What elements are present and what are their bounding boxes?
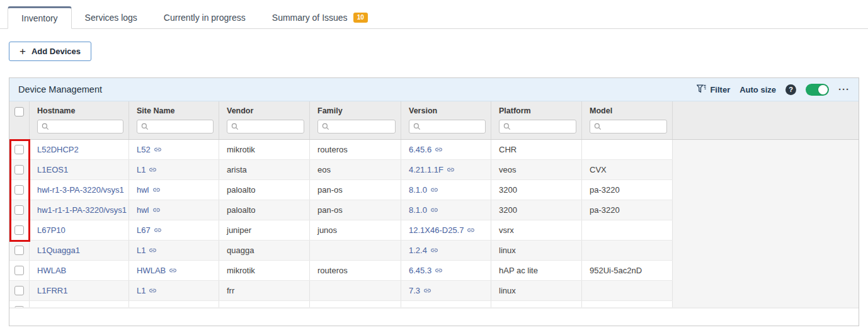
search-icon	[413, 123, 421, 130]
table-row: hw1-r1-1-PA-3220/vsys1hwlpaloaltopan-os8…	[9, 200, 673, 220]
cell-hostname[interactable]: hw1-r1-1-PA-3220/vsys1	[30, 200, 129, 220]
search-input-model[interactable]	[604, 122, 663, 131]
cell-version[interactable]: 12.1X46-D25.7	[401, 220, 491, 240]
row-checkbox-cell	[9, 160, 30, 179]
search-input-vendor[interactable]	[241, 122, 300, 131]
tab-services-logs[interactable]: Services logs	[72, 6, 151, 28]
cell-site[interactable]: HWLAB	[129, 261, 219, 280]
family-value: routeros	[317, 266, 348, 275]
platform-value: linux	[499, 246, 516, 255]
select-all-cell	[9, 101, 30, 139]
external-link-icon	[152, 186, 161, 194]
cell-hostname[interactable]: L1Quagga1	[30, 241, 129, 260]
cell-family: routeros	[310, 261, 401, 280]
cell-hostname[interactable]: HWLAB	[30, 261, 129, 280]
model-value: CVX	[590, 165, 607, 174]
row-checkbox[interactable]	[14, 306, 24, 307]
row-checkbox[interactable]	[14, 145, 24, 154]
cell-vendor: paloalto	[219, 180, 310, 200]
hostname-value: L67P10	[37, 225, 66, 235]
cell-site[interactable]: L67	[129, 220, 219, 240]
cell-site	[129, 301, 219, 307]
cell-site[interactable]: L1	[129, 281, 219, 300]
table-body: L52DHCP2L52mikrotikrouteros6.45.6CHRL1EO…	[9, 140, 859, 307]
cell-site[interactable]: hwl	[129, 200, 219, 220]
cell-site[interactable]: L1	[129, 160, 219, 179]
add-devices-button[interactable]: + Add Devices	[9, 42, 91, 61]
row-checkbox[interactable]	[14, 286, 24, 295]
cell-hostname[interactable]: L1EOS1	[30, 160, 129, 179]
autosize-label: Auto size	[740, 85, 776, 94]
cell-version[interactable]: 6.45.6	[401, 140, 491, 159]
vendor-value: juniper	[227, 225, 251, 235]
column-header-label: Hostname	[37, 106, 123, 115]
cell-family: eos	[310, 160, 401, 179]
more-options-button[interactable]: ···	[838, 88, 850, 91]
search-input-hostname[interactable]	[52, 122, 119, 131]
search-input-site[interactable]	[151, 122, 209, 131]
cell-vendor	[219, 301, 310, 307]
cell-version[interactable]: 8.1.0	[401, 200, 491, 220]
select-all-checkbox[interactable]	[14, 107, 24, 116]
cell-hostname[interactable]: L67P10	[30, 220, 129, 240]
model-value: pa-3220	[590, 185, 620, 195]
cell-model	[582, 281, 673, 300]
tab-currently-in-progress[interactable]: Currently in progress	[151, 6, 259, 28]
platform-value: hAP ac lite	[499, 266, 538, 275]
search-input-platform[interactable]	[513, 122, 572, 131]
version-value: 6.45.6	[409, 145, 431, 154]
cell-vendor: frr	[219, 281, 310, 300]
row-checkbox[interactable]	[14, 225, 24, 235]
help-icon[interactable]: ?	[785, 84, 796, 95]
platform-value: 3200	[499, 185, 517, 195]
cell-version[interactable]: 6.45.3	[401, 261, 491, 280]
cell-hostname[interactable]: L1FRR1	[30, 281, 129, 300]
cell-vendor: mikrotik	[219, 261, 310, 280]
cell-version[interactable]: 8.1.0	[401, 180, 491, 200]
column-header-label: Platform	[499, 106, 576, 115]
search-icon	[594, 123, 602, 130]
version-value: 8.1.0	[409, 205, 427, 215]
platform-value: CHR	[499, 145, 517, 154]
cell-version[interactable]: 4.21.1.1F	[401, 160, 491, 179]
version-value: 1.2.4	[409, 246, 427, 255]
table-row: HWLABHWLABmikrotikrouteros6.45.3hAP ac l…	[9, 261, 673, 281]
cell-hostname[interactable]: L52DHCP2	[30, 140, 129, 159]
filter-button[interactable]: Filter	[697, 84, 730, 95]
cell-version[interactable]: 7.3	[401, 281, 491, 300]
cell-platform: linux	[491, 281, 582, 300]
search-input-family[interactable]	[332, 122, 391, 131]
cell-model	[582, 220, 673, 240]
search-input-version[interactable]	[423, 122, 481, 131]
cell-site[interactable]: L52	[129, 140, 219, 159]
hostname-value: L1FRR1	[37, 286, 67, 295]
version-value: 8.1.0	[409, 185, 427, 195]
cell-hostname[interactable]: hwl-r1-3-PA-3220/vsys1	[30, 180, 129, 200]
column-header-version: Version	[401, 101, 491, 139]
column-search-box	[590, 120, 667, 133]
external-link-icon	[430, 246, 438, 254]
row-checkbox-cell	[9, 241, 30, 260]
cell-family	[310, 301, 401, 307]
hostname-value: L1Quagga1	[37, 246, 80, 255]
tab-inventory[interactable]: Inventory	[8, 6, 72, 29]
row-checkbox-cell	[9, 220, 30, 240]
cell-platform	[491, 301, 582, 307]
row-checkbox[interactable]	[14, 165, 24, 174]
tab-summary-of-issues[interactable]: Summary of Issues 10	[259, 6, 381, 28]
cell-site[interactable]: hwl	[129, 180, 219, 200]
external-link-icon	[149, 287, 157, 295]
site-value: HWLAB	[137, 266, 166, 275]
version-value: 12.1X46-D25.7	[409, 225, 464, 235]
cell-site[interactable]: L1	[129, 241, 219, 260]
row-checkbox[interactable]	[14, 185, 24, 195]
cell-family: pan-os	[310, 200, 401, 220]
cell-version[interactable]: 1.2.4	[401, 241, 491, 260]
search-icon	[503, 123, 511, 130]
autosize-toggle[interactable]	[806, 84, 829, 96]
cell-version	[401, 301, 491, 307]
version-value: 6.45.3	[409, 266, 431, 275]
row-checkbox[interactable]	[14, 266, 24, 275]
row-checkbox[interactable]	[14, 246, 24, 255]
row-checkbox[interactable]	[14, 205, 24, 215]
